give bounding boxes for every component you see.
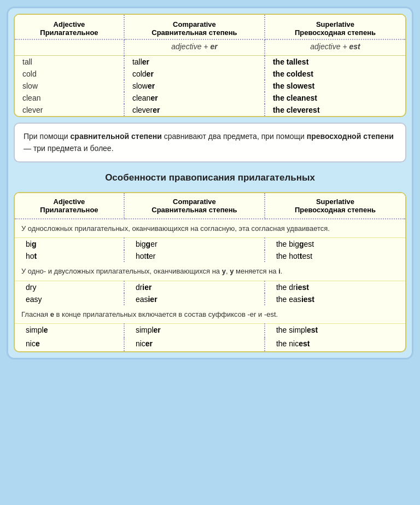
comp-cell: cleverer [124, 104, 265, 116]
adj-cell: tall [15, 56, 124, 68]
table-row: clever cleverer the cleverest [15, 104, 405, 116]
adj-cell: slow [15, 80, 124, 92]
top-table-container: Adjective Прилагательное Comparative Сра… [14, 14, 406, 117]
bottom-adj-header: Adjective Прилагательное [15, 193, 124, 219]
comp-cell: taller [124, 56, 265, 68]
rule-row-3: Гласная e в конце прилагательных включае… [15, 305, 405, 324]
rule-bold2: превосходной степени [307, 132, 394, 141]
bottom-super-header: Superlative Превосходная степень [265, 193, 405, 219]
comp-cell: easier [124, 293, 265, 305]
adj-cell: clever [15, 104, 124, 116]
adj-cell: simple [15, 324, 124, 338]
bottom-table-container: Adjective Прилагательное Comparative Сра… [14, 192, 406, 353]
comp-cell: colder [124, 68, 265, 80]
rule-row-1: У односложных прилагательных, оканчивающ… [15, 219, 405, 238]
adj-cell: dry [15, 281, 124, 293]
adj-subheader [15, 39, 124, 56]
rule-text-part2: сравнивают два предмета, при помощи [162, 132, 307, 141]
table-row: nice nicer the nicest [15, 338, 405, 351]
super-cell: the slowest [265, 80, 405, 92]
main-container: Adjective Прилагательное Comparative Сра… [7, 7, 413, 359]
rule-text-part3: — три предмета и более. [24, 144, 114, 153]
super-cell: the cleverest [265, 104, 405, 116]
comp-cell: nicer [124, 338, 265, 351]
rule-text-part1: При помощи [24, 132, 71, 141]
table-row: hot hotter the hottest [15, 250, 405, 262]
table-row: big bigger the biggest [15, 238, 405, 251]
super-cell: the nicest [265, 338, 405, 351]
table-row: tall taller the tallest [15, 56, 405, 68]
table-row: clean cleaner the cleanest [15, 92, 405, 104]
section-heading: Особенности правописания прилагательных [14, 168, 406, 188]
table-row: dry drier the driest [15, 281, 405, 293]
super-cell: the tallest [265, 56, 405, 68]
table-row: easy easier the easiest [15, 293, 405, 305]
table-row: cold colder the coldest [15, 68, 405, 80]
super-cell: the simplest [265, 324, 405, 338]
adj-cell: nice [15, 338, 124, 351]
rule-row-2: У одно- и двусложных прилагательных, ока… [15, 262, 405, 281]
comp-cell: bigger [124, 238, 265, 251]
super-cell: the coldest [265, 68, 405, 80]
super-cell: the hottest [265, 250, 405, 262]
comp-cell: simpler [124, 324, 265, 338]
bottom-grammar-table: Adjective Прилагательное Comparative Сра… [15, 193, 405, 352]
comp-cell: hotter [124, 250, 265, 262]
super-cell: the driest [265, 281, 405, 293]
table-row: slow slower the slowest [15, 80, 405, 92]
super-cell: the biggest [265, 238, 405, 251]
comp-header: Comparative Сравнительная степень [124, 15, 265, 39]
adj-cell: cold [15, 68, 124, 80]
super-formula-cell: adjective + est [265, 39, 405, 56]
adj-cell: hot [15, 250, 124, 262]
adj-cell: easy [15, 293, 124, 305]
comp-cell: cleaner [124, 92, 265, 104]
rule-box: При помощи сравнительной степени сравнив… [14, 123, 406, 162]
super-header: Superlative Превосходная степень [265, 15, 405, 39]
table-row: simple simpler the simplest [15, 324, 405, 338]
rule-bold1: сравнительной степени [71, 132, 162, 141]
comp-formula-cell: adjective + er [124, 39, 265, 56]
comp-cell: drier [124, 281, 265, 293]
top-grammar-table: Adjective Прилагательное Comparative Сра… [15, 15, 405, 116]
super-cell: the cleanest [265, 92, 405, 104]
adj-cell: big [15, 238, 124, 251]
bottom-comp-header: Comparative Сравнительная степень [124, 193, 265, 219]
super-cell: the easiest [265, 293, 405, 305]
adj-cell: clean [15, 92, 124, 104]
comp-cell: slower [124, 80, 265, 92]
adj-header: Adjective Прилагательное [15, 15, 124, 39]
